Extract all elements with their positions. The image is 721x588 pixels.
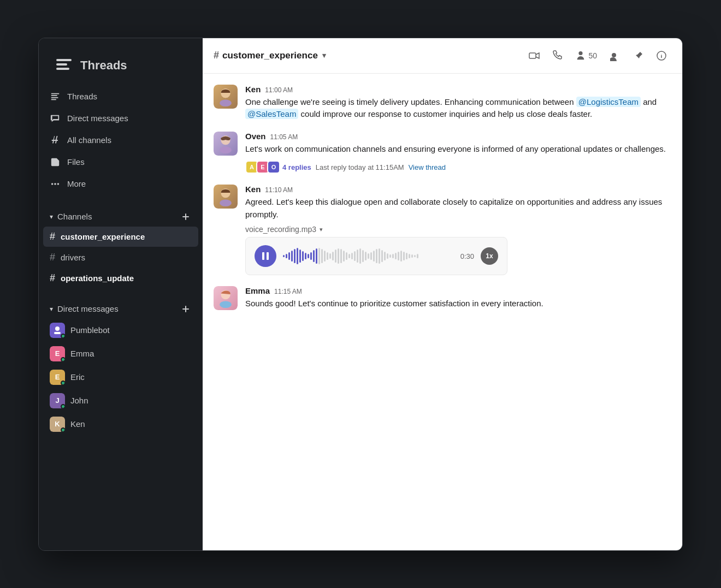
channel-name-header[interactable]: # customer_experience ▾ xyxy=(214,50,326,61)
message-emma-text: Sounds good! Let's continue to prioritiz… xyxy=(245,298,671,310)
channel-operations-update[interactable]: # operations_update xyxy=(43,268,198,288)
add-dm-button[interactable] xyxy=(180,303,192,315)
status-online-dot xyxy=(61,381,65,385)
svg-rect-8 xyxy=(529,53,536,58)
attachment-chevron-icon: ▾ xyxy=(320,226,323,233)
svg-point-11 xyxy=(220,99,232,106)
channel-name: drivers xyxy=(61,253,85,262)
message-oven-header: Oven 11:05 AM xyxy=(245,132,671,141)
phone-call-button[interactable] xyxy=(547,46,567,66)
dm-emma[interactable]: E Emma xyxy=(43,342,198,365)
dm-eric[interactable]: E Eric xyxy=(43,366,198,389)
reply-last-time: Last reply today at 11:15AM xyxy=(316,163,404,171)
sidebar-title: Threads xyxy=(80,58,127,73)
message-author: Oven xyxy=(245,132,266,141)
svg-point-16 xyxy=(220,199,232,206)
threads-nav-label: Threads xyxy=(67,92,97,101)
add-channel-button[interactable] xyxy=(180,211,192,223)
sidebar-item-dm[interactable]: Direct messages xyxy=(43,108,198,129)
message-author: Ken xyxy=(245,185,261,194)
svg-point-4 xyxy=(54,183,56,185)
ken-message-avatar xyxy=(214,85,238,109)
member-count-button[interactable]: 50 xyxy=(570,47,602,64)
channels-section-left: ▾ Channels xyxy=(50,212,92,221)
voice-duration: 0:30 xyxy=(460,252,474,260)
dm-nav-label: Direct messages xyxy=(67,114,128,123)
message-emma: Emma 11:15 AM Sounds good! Let's continu… xyxy=(214,286,671,310)
svg-point-5 xyxy=(57,183,60,185)
chat-header: # customer_experience ▾ 50 xyxy=(203,38,682,74)
attachment-label[interactable]: voice_recording.mp3 ▾ xyxy=(245,225,323,234)
message-ken-1-content: Ken 11:00 AM One challenge we're seeing … xyxy=(245,85,671,121)
message-ken-1: Ken 11:00 AM One challenge we're seeing … xyxy=(214,85,671,121)
dm-pumblebot-name: Pumblebot xyxy=(70,325,110,335)
speed-button[interactable]: 1x xyxy=(481,247,498,265)
dm-pumblebot[interactable]: Pumblebot xyxy=(43,319,198,342)
files-nav-icon xyxy=(50,157,61,168)
sidebar-header: Threads xyxy=(39,38,203,84)
pause-button[interactable] xyxy=(255,245,276,267)
all-channels-label: All channels xyxy=(67,135,111,145)
mention-sales[interactable]: @SalesTeam xyxy=(245,109,298,119)
more-nav-icon xyxy=(50,179,61,189)
pin-button[interactable] xyxy=(629,46,648,66)
video-call-button[interactable] xyxy=(524,46,544,66)
reply-count[interactable]: 4 replies xyxy=(282,163,311,171)
dm-john-name: John xyxy=(70,396,88,405)
message-time: 11:10 AM xyxy=(265,186,293,194)
status-online-dot xyxy=(61,357,65,361)
voice-attachment: voice_recording.mp3 ▾ 0:30 1x xyxy=(245,225,671,275)
add-member-button[interactable] xyxy=(606,46,625,66)
emma-avatar: E xyxy=(50,346,65,361)
thread-replies: A E O 4 replies Last reply today at 11:1… xyxy=(245,161,671,174)
message-emma-header: Emma 11:15 AM xyxy=(245,286,671,295)
dm-section: ▾ Direct messages Pumblebot xyxy=(39,295,203,438)
message-oven: Oven 11:05 AM Let's work on communicatio… xyxy=(214,132,671,174)
message-author: Ken xyxy=(245,85,261,94)
channels-section: ▾ Channels # customer_experience # drive… xyxy=(39,203,203,291)
dm-ken-name: Ken xyxy=(70,419,85,429)
waveform xyxy=(283,247,454,265)
dm-section-header[interactable]: ▾ Direct messages xyxy=(43,300,198,318)
svg-rect-7 xyxy=(54,332,61,334)
pumblebot-avatar xyxy=(50,323,65,338)
svg-rect-2 xyxy=(56,68,69,70)
sidebar-item-all-channels[interactable]: All channels xyxy=(43,130,198,151)
sidebar-nav: Threads Direct messages All channels xyxy=(39,84,203,197)
sidebar-item-files[interactable]: Files xyxy=(43,152,198,173)
status-online-dot xyxy=(61,404,65,408)
channels-nav-icon xyxy=(50,135,61,146)
emma-message-avatar xyxy=(214,286,238,310)
sidebar-item-more[interactable]: More xyxy=(43,174,198,194)
header-chevron-icon: ▾ xyxy=(322,51,326,60)
ken-message-avatar-2 xyxy=(214,185,238,209)
channels-section-title: Channels xyxy=(57,212,92,221)
info-button[interactable] xyxy=(652,46,671,66)
svg-rect-0 xyxy=(56,59,72,61)
header-channel-name: customer_experience xyxy=(222,50,318,61)
channel-customer-experience[interactable]: # customer_experience xyxy=(43,227,198,247)
channels-section-header[interactable]: ▾ Channels xyxy=(43,207,198,226)
channel-name: customer_experience xyxy=(61,232,145,241)
dm-chevron-icon: ▾ xyxy=(50,305,53,313)
dm-ken[interactable]: K Ken xyxy=(43,413,198,436)
sidebar-item-threads[interactable]: Threads xyxy=(43,86,198,107)
status-online-dot xyxy=(61,334,65,338)
header-hash-icon: # xyxy=(214,50,219,61)
message-time: 11:15 AM xyxy=(274,288,302,295)
view-thread-link[interactable]: View thread xyxy=(409,163,446,171)
channel-hash-icon: # xyxy=(50,272,55,284)
dm-john[interactable]: J John xyxy=(43,389,198,412)
channel-drivers[interactable]: # drivers xyxy=(43,247,198,268)
ken-avatar: K xyxy=(50,417,65,432)
dm-section-left: ▾ Direct messages xyxy=(50,304,119,313)
dm-eric-name: Eric xyxy=(70,372,85,382)
svg-rect-17 xyxy=(262,252,264,260)
message-oven-text: Let's work on communication channels and… xyxy=(245,143,671,156)
mention-logistics[interactable]: @LogisticsTeam xyxy=(576,97,641,107)
channels-chevron-icon: ▾ xyxy=(50,213,53,221)
reply-avatars: A E O xyxy=(245,161,278,174)
app-title[interactable]: Threads xyxy=(48,51,194,80)
svg-point-14 xyxy=(220,146,232,153)
chat-messages: Ken 11:00 AM One challenge we're seeing … xyxy=(203,74,682,550)
